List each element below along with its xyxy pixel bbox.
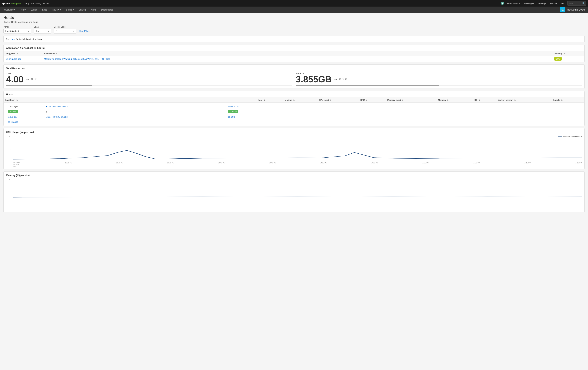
uptime-col[interactable]: Uptime ⇅ xyxy=(283,98,317,103)
x-label-12: 11:15 PM xyxy=(575,162,582,166)
sort-icon: ⇅ xyxy=(56,53,57,54)
memory-metric: 3.855GB → 0.000 xyxy=(296,75,582,84)
chevron-down-icon: ▾ xyxy=(73,9,74,11)
activity-button[interactable]: Activity xyxy=(548,1,558,5)
memory-sub-value: 0.000 xyxy=(339,78,347,81)
nav-top[interactable]: Top ▾ xyxy=(18,7,28,13)
host-link[interactable]: linuxkit-025000000001 xyxy=(46,105,68,108)
span-value: 1m xyxy=(36,30,39,32)
messages-button[interactable]: Messages xyxy=(522,1,536,5)
page-title: Hosts xyxy=(3,16,585,20)
memory-chart-area xyxy=(13,179,582,204)
alert-name-link[interactable]: Monitoring Docker: Warning: collectord h… xyxy=(44,58,554,60)
sort-icon: ⇅ xyxy=(561,99,562,101)
nav-overview[interactable]: Overview ▾ xyxy=(2,7,18,13)
y-axis-100: 100 xyxy=(6,179,12,180)
span-filter-group: Span 1m ▾ xyxy=(34,26,51,33)
labels-col[interactable]: Labels ⇅ xyxy=(552,98,584,103)
alert-triggered[interactable]: 51 minutes ago xyxy=(6,58,44,60)
alerts-section-header: Application Alerts (Last 24 hours) xyxy=(4,45,584,51)
total-resources-section: Total Resources CPU 4.00 → 0.00 Memory 3… xyxy=(3,64,585,89)
host-col[interactable]: host ⇅ xyxy=(256,98,283,103)
labels-link[interactable]: os=macos xyxy=(8,121,18,123)
find-input[interactable] xyxy=(568,2,582,5)
memory-cell: 3.855 GB xyxy=(6,114,44,119)
splunk-logo: splunk>enterprise xyxy=(2,2,21,5)
docker-version-col[interactable]: docker_version ⇅ xyxy=(496,98,552,103)
severity-badge: Low xyxy=(554,57,582,61)
hosts-section: Hosts Last Seen ⇅ host ⇅ Uptime ⇅ CPU (a… xyxy=(3,91,585,126)
nav-review[interactable]: Review ▾ xyxy=(50,7,64,13)
memory-chart-container: 100 xyxy=(6,179,582,210)
top-bar: splunk>enterprise App: Monitoring Docker… xyxy=(0,0,588,7)
memory-avg-cell: 24.98 % xyxy=(226,109,254,114)
cpu-chart-section: CPU Usage (%) per Host 100 50 linuxkit-0… xyxy=(3,128,585,169)
monitoring-docker-badge: 🐳 Monitoring Docker xyxy=(560,7,586,12)
hide-filters-button[interactable]: Hide Filters xyxy=(79,29,90,33)
period-value: Last 60 minutes xyxy=(5,30,21,32)
memory-col[interactable]: Memory ⇅ xyxy=(436,98,473,103)
find-box[interactable]: 🔍 xyxy=(567,1,586,6)
span-label: Span xyxy=(34,26,51,28)
alerts-table-header: Triggered ⇅ Alert Name ⇅ Severity ⇅ xyxy=(4,51,584,56)
sort-icon: ⇅ xyxy=(564,53,565,54)
uptime-link[interactable]: 3+09:20:40 xyxy=(228,105,239,108)
resources-grid: CPU 4.00 → 0.00 Memory 3.855GB → 0.000 xyxy=(6,72,582,86)
nav-dashboards[interactable]: Dashboards xyxy=(99,7,116,13)
info-text-before: See xyxy=(6,38,10,40)
docker-version-link[interactable]: 18.09.0 xyxy=(228,116,235,118)
cpu-avg-col[interactable]: CPU (avg) ⇅ xyxy=(317,98,358,103)
cpu-avg-cell: 4.85 % xyxy=(6,109,44,114)
docker-label-value: * xyxy=(56,30,57,32)
administrator-button[interactable]: Administrator xyxy=(505,1,522,5)
docker-label-filter-group: Docker Label * ▾ xyxy=(54,26,76,33)
nav-logs[interactable]: Logs xyxy=(40,7,50,13)
settings-button[interactable]: Settings xyxy=(536,1,548,5)
x-label-4: 10:35 PM xyxy=(167,162,174,166)
memory-link[interactable]: 3.855 GB xyxy=(8,116,17,118)
nav-alerts[interactable]: Alerts xyxy=(88,7,99,13)
x-label-11: 11:10 PM xyxy=(524,162,531,166)
memory-bar xyxy=(296,85,582,86)
os-col[interactable]: OS ⇅ xyxy=(473,98,496,103)
cpu-cell: 4 xyxy=(44,109,226,114)
span-select[interactable]: 1m ▾ xyxy=(34,29,51,33)
period-select[interactable]: Last 60 minutes ▾ xyxy=(3,29,31,33)
secondary-nav: Overview ▾ Top ▾ Events Logs Review ▾ Se… xyxy=(0,7,588,13)
help-link[interactable]: Help xyxy=(11,38,15,40)
x-label-2: 10:25 PM xyxy=(65,162,72,166)
cpu-chart-container: 100 50 linuxkit-025000000001 10:20 PM Mo… xyxy=(6,135,582,166)
cpu-avg-bar: 4.85 % xyxy=(8,110,18,113)
legend-label: linuxkit-025000000001 xyxy=(563,135,582,137)
page-subtitle: Docker Hosts Monitoring and Logs xyxy=(3,21,585,23)
hosts-table: Last Seen ⇅ host ⇅ Uptime ⇅ CPU (avg) ⇅ … xyxy=(4,98,584,126)
cpu-chart-title: CPU Usage (%) per Host xyxy=(6,131,582,134)
sort-icon: ⇅ xyxy=(366,99,367,101)
nav-setup[interactable]: Setup ▾ xyxy=(64,7,76,13)
nav-events[interactable]: Events xyxy=(28,7,40,13)
alert-row: 51 minutes ago Monitoring Docker: Warnin… xyxy=(4,56,584,62)
cpu-sub-value: 0.00 xyxy=(31,78,37,81)
sec-nav-right: 🐳 Monitoring Docker xyxy=(560,7,586,12)
app-name[interactable]: App: Monitoring Docker xyxy=(23,2,49,5)
hosts-table-header-row: Last Seen ⇅ host ⇅ Uptime ⇅ CPU (avg) ⇅ … xyxy=(4,98,584,103)
docker-label-select[interactable]: * ▾ xyxy=(54,29,76,33)
x-label-1: 10:20 PM Mon Dec 17 2018 xyxy=(13,162,21,166)
triggered-col-header: Triggered ⇅ xyxy=(6,52,44,55)
memory-chart-title: Memory (%) per Host xyxy=(6,174,582,177)
memory-avg-col[interactable]: Memory (avg) ⇅ xyxy=(386,98,436,103)
sort-icon: ⇅ xyxy=(17,53,18,54)
memory-resource: Memory 3.855GB → 0.000 xyxy=(296,72,582,86)
severity-col-header: Severity ⇅ xyxy=(554,52,582,55)
sort-icon: ⇅ xyxy=(447,99,448,101)
host-table-row: 0 min ago linuxkit-025000000001 3+09:20:… xyxy=(4,103,256,126)
os-link[interactable]: Linux (4.9.125-linuxkit) xyxy=(46,116,68,118)
help-button[interactable]: Help xyxy=(559,1,567,5)
cpu-chart-area: linuxkit-025000000001 xyxy=(13,135,582,161)
host-cell: linuxkit-025000000001 xyxy=(44,104,226,109)
memory-chart-section: Memory (%) per Host 100 xyxy=(3,171,585,212)
nav-search[interactable]: Search xyxy=(76,7,88,13)
search-icon: 🔍 xyxy=(582,2,585,5)
cpu-col[interactable]: CPU ⇅ xyxy=(358,98,385,103)
last-seen-col[interactable]: Last Seen ⇅ xyxy=(4,98,256,103)
